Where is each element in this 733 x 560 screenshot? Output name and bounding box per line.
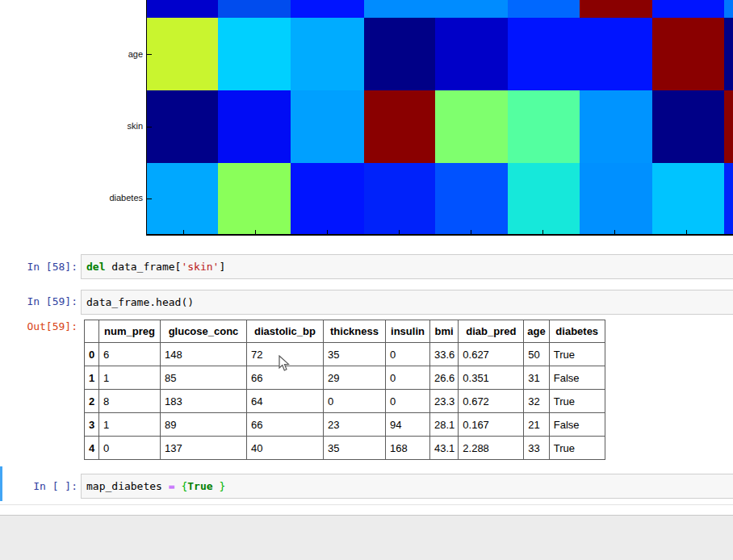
heatmap-figure [147, 0, 733, 236]
table-cell: 43.1 [430, 437, 459, 460]
notebook-divider [0, 504, 733, 505]
table-cell: 0.167 [459, 413, 524, 437]
table-index-cell: 2 [85, 390, 99, 413]
table-row: 28183640023.30.67232True [85, 390, 605, 413]
table-cell: 26.6 [430, 366, 459, 390]
dataframe-header: num_pregglucose_concdiastolic_bpthicknes… [85, 320, 605, 343]
heatmap-cell-age-4 [435, 18, 508, 90]
table-cell: True [549, 390, 605, 413]
heatmap-cell-partial-top-1 [218, 0, 291, 18]
table-cell: 0 [386, 366, 430, 390]
heatmap-cell-partial-top-3 [364, 0, 435, 18]
heatmap-cell-partial-top-5 [508, 0, 580, 18]
table-row: 061487235033.60.62750True [85, 343, 605, 366]
heatmap-cell-age-3 [364, 18, 435, 90]
heatmap-cell-partial-top-2 [291, 0, 364, 18]
table-cell: True [549, 437, 605, 460]
table-cell: 1 [99, 413, 161, 437]
heatmap-cell-partial-top-0 [147, 0, 218, 18]
notebook-page: age skin diabetes In [58]: del data_fram… [0, 0, 733, 560]
table-header-num_preg: num_preg [99, 320, 161, 343]
table-header-bmi: bmi [430, 320, 459, 343]
heatmap-cell-skin-3 [364, 90, 435, 163]
heatmap-cell-diabetes-3 [364, 163, 435, 236]
table-header-thickness: thickness [324, 320, 386, 343]
heatmap-cell-diabetes-5 [508, 163, 580, 236]
code-token-kw: del [86, 261, 105, 273]
code-cell-59[interactable]: data_frame.head() [81, 290, 733, 315]
heatmap-cell-age-5 [508, 18, 580, 90]
output-prompt-59: Out[59]: [0, 320, 77, 333]
table-index-cell: 0 [85, 343, 99, 366]
table-cell: 168 [386, 437, 430, 460]
code-cell-empty[interactable]: map_diabetes = {True } [81, 474, 733, 499]
table-cell: 23 [324, 413, 386, 437]
table-cell: 85 [161, 366, 247, 390]
code-token-op: = [169, 480, 175, 492]
table-cell: 137 [161, 437, 247, 460]
input-prompt-empty: In [ ]: [0, 480, 77, 493]
heatmap-cell-diabetes-4 [435, 163, 508, 236]
table-header-age: age [524, 320, 549, 343]
code-token-str: 'skin' [181, 261, 219, 273]
table-row: 11856629026.60.35131False [85, 366, 605, 390]
table-cell: True [549, 343, 605, 366]
table-cell: 64 [247, 390, 324, 413]
table-header-row: num_pregglucose_concdiastolic_bpthicknes… [85, 320, 605, 343]
code-line-59: data_frame.head() [82, 290, 733, 309]
code-token-kw: True [187, 480, 212, 492]
dataframe-table: num_pregglucose_concdiastolic_bpthicknes… [84, 320, 605, 460]
x-tick [255, 230, 256, 235]
x-tick [471, 230, 471, 235]
y-axis-label-age: age [6, 49, 143, 60]
table-cell: 0 [99, 437, 161, 460]
heatmap-left-spine [146, 0, 147, 236]
table-cell: 0 [386, 390, 430, 413]
y-tick [147, 54, 152, 55]
table-cell: 66 [247, 413, 324, 437]
heatmap-cell-partial-top-6 [580, 0, 652, 18]
table-cell: 148 [161, 343, 247, 366]
x-tick [614, 230, 615, 235]
heatmap-cell-partial-top-7 [652, 0, 724, 18]
y-tick [147, 127, 152, 127]
table-cell: 0 [386, 343, 430, 366]
heatmap-cell-age-7 [652, 18, 724, 90]
y-axis-label-skin: skin [6, 121, 143, 132]
code-line-empty: map_diabetes = {True } [82, 474, 733, 493]
heatmap-cell-skin-7 [652, 90, 724, 163]
table-cell: 8 [99, 390, 161, 413]
table-cell: 33 [524, 437, 549, 460]
heatmap-cell-diabetes-2 [291, 163, 364, 236]
y-tick [147, 199, 152, 199]
x-tick [542, 230, 543, 235]
table-cell: 2.288 [459, 437, 524, 460]
heatmap-bottom-spine [146, 234, 733, 236]
table-cell: 6 [99, 343, 161, 366]
code-cell-58[interactable]: del data_frame['skin'] [81, 254, 733, 279]
table-header-diastolic_bp: diastolic_bp [247, 320, 324, 343]
code-token-pl: data_frame[ [105, 261, 181, 273]
table-cell: False [549, 366, 605, 390]
table-cell: 35 [324, 437, 386, 460]
table-cell: 183 [161, 390, 247, 413]
heatmap-cell-age-0 [147, 18, 218, 90]
table-row: 40137403516843.12.28833True [85, 437, 605, 460]
table-cell: 31 [524, 366, 549, 390]
dataframe-body: 061487235033.60.62750True11856629026.60.… [85, 343, 605, 460]
code-token-pl: data_frame.head() [86, 296, 194, 308]
table-cell: 21 [524, 413, 549, 437]
table-cell: 32 [524, 390, 549, 413]
table-cell: 40 [247, 437, 324, 460]
heatmap-cell-skin-4 [435, 90, 508, 163]
mouse-cursor-icon [279, 355, 290, 372]
heatmap-cell-age-2 [291, 18, 364, 90]
table-cell: 50 [524, 343, 549, 366]
table-header-diabetes: diabetes [549, 320, 605, 343]
table-index-cell: 3 [85, 413, 99, 437]
heatmap-cell-diabetes-0 [147, 163, 218, 236]
table-cell: 0.672 [459, 390, 524, 413]
input-prompt-59: In [59]: [0, 295, 77, 308]
x-tick [327, 230, 328, 235]
table-cell: 35 [324, 343, 386, 366]
